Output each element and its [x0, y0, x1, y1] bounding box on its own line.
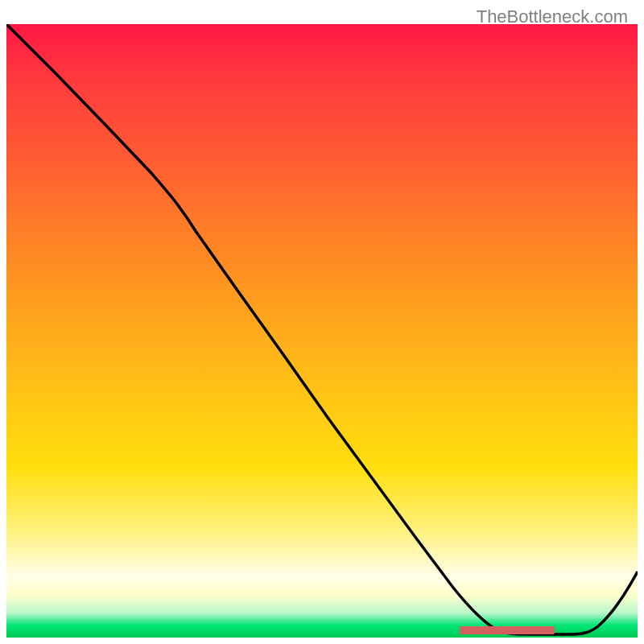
chart-plot-area	[6, 24, 638, 638]
curve-svg	[6, 24, 638, 638]
watermark-text: TheBottleneck.com	[477, 6, 628, 27]
optimal-range-marker	[460, 626, 555, 634]
bottleneck-curve-path	[6, 24, 638, 634]
